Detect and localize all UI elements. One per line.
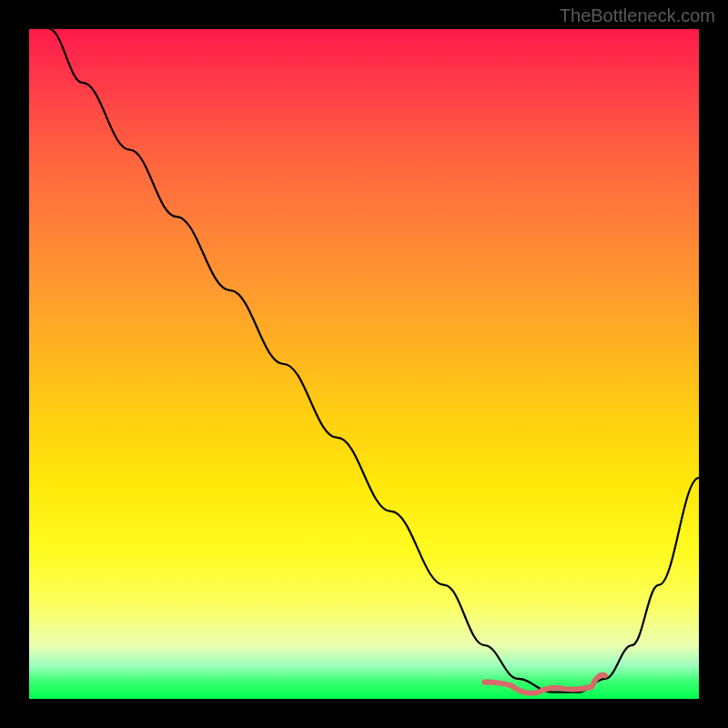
optimal-zone-path <box>484 675 604 693</box>
plot-area <box>29 29 699 699</box>
bottleneck-curve-path <box>49 29 699 693</box>
watermark-text: TheBottleneck.com <box>560 5 715 26</box>
curve-svg <box>29 29 699 699</box>
